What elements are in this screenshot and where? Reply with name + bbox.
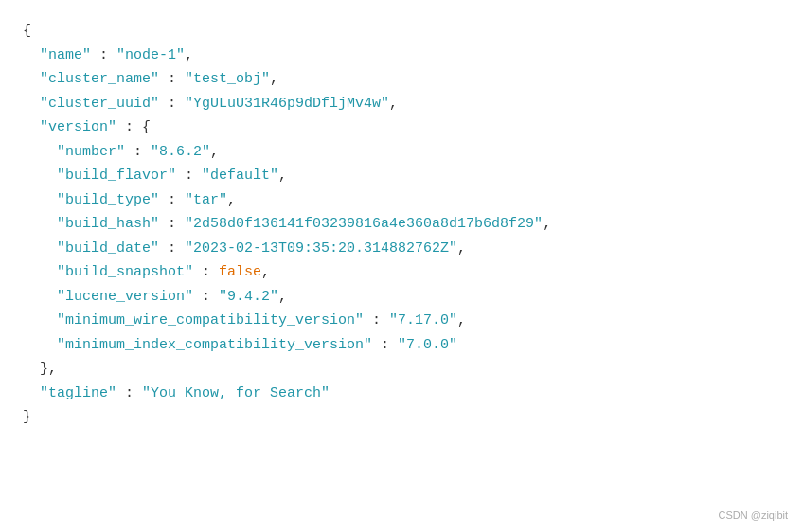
line-number: "number" : "8.6.2",	[23, 140, 780, 165]
line-build-type: "build_type" : "tar",	[23, 188, 780, 213]
line-name: "name" : "node-1",	[23, 44, 780, 68]
line-tagline: "tagline" : "You Know, for Search"	[23, 381, 780, 406]
line-build-snapshot: "build_snapshot" : false,	[23, 260, 780, 285]
line-build-hash: "build_hash" : "2d58d0f136141f03239816a4…	[23, 212, 780, 237]
line-close-version: },	[23, 357, 780, 381]
code-block: { "name" : "node-1", "cluster_name" : "t…	[23, 19, 780, 430]
line-cluster-uuid: "cluster_uuid" : "YgULuU31R46p9dDfljMv4w…	[23, 92, 780, 116]
code-container: { "name" : "node-1", "cluster_name" : "t…	[0, 0, 803, 532]
line-lucene-version: "lucene_version" : "9.4.2",	[23, 285, 780, 310]
line-build-date: "build_date" : "2023-02-13T09:35:20.3148…	[23, 237, 780, 261]
line-build-flavor: "build_flavor" : "default",	[23, 164, 780, 188]
line-cluster-name: "cluster_name" : "test_obj",	[23, 67, 780, 92]
line-version: "version" : {	[23, 115, 780, 140]
line-open-brace: {	[23, 19, 780, 44]
watermark: CSDN @ziqibit	[718, 509, 788, 521]
line-min-index: "minimum_index_compatibility_version" : …	[23, 333, 780, 358]
line-close-brace: }	[23, 405, 780, 430]
line-min-wire: "minimum_wire_compatibility_version" : "…	[23, 309, 780, 333]
